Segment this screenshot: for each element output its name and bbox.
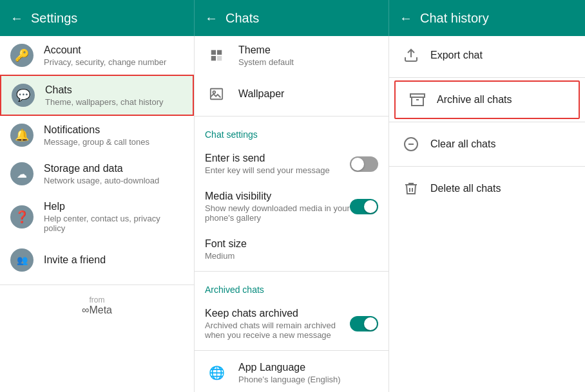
media-visibility-title: Media visibility [205,191,350,202]
svg-point-5 [213,91,216,93]
chat-item-app-language[interactable]: 🌐 App Language Phone's language (English… [195,353,388,392]
account-subtitle: Privacy, security, change number [44,57,166,67]
divider-2 [195,271,388,272]
settings-title: Settings [31,11,77,26]
svg-rect-0 [211,50,216,55]
chat-history-topbar: ← Chat history [389,0,585,36]
delete-chats-label: Delete all chats [430,183,501,194]
invite-title: Invite a friend [44,254,106,266]
enter-is-send-row: Enter is send Enter key will send your m… [195,145,388,183]
settings-panel: 🔑 Account Privacy, security, change numb… [0,36,195,392]
archive-chats-label: Archive all chats [437,94,512,106]
keep-archived-toggle[interactable] [350,316,378,331]
settings-item-notifications[interactable]: 🔔 Notifications Message, group & call to… [0,116,194,154]
app-language-title: App Language [238,362,341,373]
export-chat-label: Export chat [430,50,483,61]
chat-history-back-arrow[interactable]: ← [399,11,412,26]
enter-send-title: Enter is send [205,153,350,164]
h-divider-1 [389,77,585,78]
settings-footer: from ∞Meta [0,285,194,326]
chats-title: Chats [225,11,259,26]
divider-3 [195,350,388,351]
app-language-subtitle: Phone's language (English) [238,375,341,384]
notifications-subtitle: Message, group & call tones [44,137,149,147]
settings-item-invite[interactable]: 👥 Invite a friend [0,241,194,279]
font-size-title: Font size [205,238,247,250]
media-visibility-row: Media visibility Show newly downloaded m… [195,183,388,230]
export-chat-icon [402,46,420,64]
archive-chats-icon [408,91,427,109]
chat-history-panel: Export chat Archive all chats Clear all … [389,36,585,392]
help-title: Help [44,201,184,212]
storage-icon: ☁ [10,162,34,185]
notifications-icon: 🔔 [10,124,34,147]
settings-item-chats[interactable]: 💬 Chats Theme, wallpapers, chat history [0,75,194,116]
font-size-item[interactable]: Font size Medium [195,230,388,268]
chats-back-arrow[interactable]: ← [205,11,218,26]
clear-chats-item[interactable]: Clear all chats [389,125,585,163]
content-area: 🔑 Account Privacy, security, change numb… [0,36,585,392]
chat-settings-section-title: Chat settings [195,119,388,145]
wallpaper-icon [205,82,228,106]
chat-item-wallpaper[interactable]: Wallpaper [195,75,388,113]
help-subtitle: Help center, contact us, privacy policy [44,214,184,233]
clear-chats-label: Clear all chats [430,138,495,150]
top-bar: ← Settings ← Chats ← Chat history [0,0,585,36]
theme-title: Theme [238,44,294,56]
settings-item-help[interactable]: ❓ Help Help center, contact us, privacy … [0,193,194,241]
delete-chats-icon [402,180,420,198]
chat-history-title: Chat history [420,11,489,26]
svg-rect-3 [217,56,222,61]
svg-rect-4 [211,89,222,100]
settings-back-arrow[interactable]: ← [10,11,23,26]
chats-title-item: Chats [45,84,164,96]
svg-rect-8 [410,94,425,97]
enter-send-subtitle: Enter key will send your message [205,165,350,175]
archive-chats-item[interactable]: Archive all chats [394,80,580,119]
chats-panel: Theme System default Wallpaper Chat sett… [195,36,389,392]
settings-item-account[interactable]: 🔑 Account Privacy, security, change numb… [0,36,194,75]
storage-subtitle: Network usage, auto-download [44,176,159,185]
media-visibility-subtitle: Show newly downloaded media in your phon… [205,203,350,223]
chat-item-theme[interactable]: Theme System default [195,36,388,75]
chats-icon: 💬 [12,84,35,107]
font-size-subtitle: Medium [205,251,247,261]
keep-archived-row: Keep chats archived Archived chats will … [195,300,388,348]
notifications-title: Notifications [44,124,149,136]
keep-archived-subtitle: Archived chats will remain archived when… [205,321,350,340]
storage-title: Storage and data [44,163,159,174]
account-title: Account [44,44,166,56]
h-divider-2 [389,122,585,122]
svg-rect-2 [211,56,216,61]
export-chat-item[interactable]: Export chat [389,36,585,75]
account-icon: 🔑 [10,44,34,67]
clear-chats-icon [402,135,420,153]
from-label: from [10,295,184,304]
help-icon: ❓ [10,205,34,229]
archived-section-title: Archived chats [195,274,388,300]
delete-chats-item[interactable]: Delete all chats [389,169,585,208]
theme-icon [205,44,228,67]
app-language-icon: 🌐 [205,361,228,384]
svg-rect-1 [217,50,222,55]
divider-1 [195,116,388,117]
media-visibility-toggle[interactable] [350,199,378,214]
keep-archived-title: Keep chats archived [205,308,350,319]
invite-icon: 👥 [10,248,34,272]
settings-item-storage[interactable]: ☁ Storage and data Network usage, auto-d… [0,154,194,193]
chats-topbar: ← Chats [195,0,389,36]
wallpaper-title: Wallpaper [238,88,284,100]
h-divider-3 [389,166,585,167]
enter-send-toggle[interactable] [350,156,378,172]
meta-logo: ∞Meta [10,304,184,316]
chats-subtitle: Theme, wallpapers, chat history [45,97,164,107]
settings-topbar: ← Settings [0,0,195,36]
theme-subtitle: System default [238,57,294,67]
